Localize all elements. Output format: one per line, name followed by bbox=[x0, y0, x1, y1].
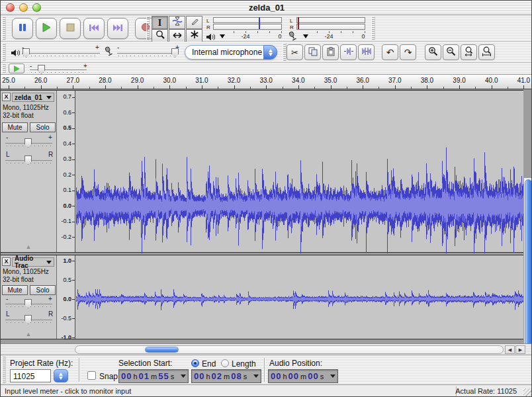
time-field-dropdown-icon[interactable] bbox=[253, 375, 259, 378]
time-field-dropdown-icon[interactable] bbox=[330, 375, 335, 378]
window-title: zelda_01 bbox=[1, 1, 532, 15]
multi-tool-button[interactable] bbox=[186, 29, 202, 42]
meter-toolbar-grabber[interactable] bbox=[371, 17, 375, 40]
zoom-tool-button[interactable] bbox=[152, 29, 168, 42]
rewind-button[interactable] bbox=[83, 18, 105, 39]
silence-button[interactable] bbox=[358, 44, 375, 60]
input-device-selector[interactable]: Internal microphone bbox=[185, 45, 277, 60]
time-field-token: 01 bbox=[139, 371, 150, 381]
track-zelda01-waveform-canvas[interactable] bbox=[76, 91, 523, 253]
track-zelda01-solo-button[interactable]: Solo bbox=[30, 122, 56, 132]
time-field-dropdown-icon[interactable] bbox=[181, 375, 186, 378]
snap-to-checkbox[interactable] bbox=[87, 371, 96, 380]
timeline-label: 37.0 bbox=[388, 77, 401, 84]
output-meter-dropdown[interactable] bbox=[218, 33, 227, 40]
track-audio-vertical-ruler[interactable]: 1.00.50.0-0.5-1.0 bbox=[57, 255, 75, 339]
length-radio[interactable] bbox=[221, 359, 229, 367]
ruler-label: 0.0 bbox=[63, 203, 71, 209]
end-radio[interactable] bbox=[191, 359, 199, 367]
track-audio-mute-button[interactable]: Mute bbox=[2, 285, 28, 295]
audacity-window: zelda_01 I L R -24 0 L R bbox=[0, 0, 532, 397]
time-field-token: m bbox=[300, 373, 306, 380]
zoom-in-button[interactable] bbox=[425, 44, 441, 60]
track-zelda01-vertical-ruler[interactable]: 0.70.60.50.40.30.20.10.0-0.1-0.2 bbox=[57, 91, 75, 252]
cut-button[interactable]: ✂ bbox=[287, 44, 303, 60]
window-resize-grip[interactable] bbox=[523, 388, 532, 397]
zoom-in-icon bbox=[428, 46, 438, 58]
output-volume-slider[interactable] bbox=[22, 53, 100, 54]
undo-button[interactable]: ↶ bbox=[382, 44, 398, 60]
ruler-tick bbox=[72, 280, 75, 281]
timeline-label: 32.0 bbox=[228, 77, 240, 84]
track-zelda01-mute-button[interactable]: Mute bbox=[2, 122, 28, 132]
input-meter-dropdown[interactable] bbox=[301, 33, 310, 40]
track-zelda01-waveform[interactable] bbox=[76, 91, 523, 252]
input-meter[interactable]: L R -24 0 bbox=[288, 17, 369, 41]
stop-button[interactable] bbox=[60, 18, 81, 39]
tools-toolbar-grabber[interactable] bbox=[146, 17, 150, 40]
trim-button[interactable] bbox=[340, 44, 357, 60]
project-rate-stepper[interactable] bbox=[54, 369, 68, 382]
audio-position-field[interactable]: 00h00m00s bbox=[268, 369, 338, 383]
tools-toolbar: I bbox=[152, 16, 203, 42]
track-audio-collapse-button[interactable]: ▲ bbox=[1, 331, 56, 337]
track-zelda01-control-panel: X zelda_01 Mono, 11025Hz 32-bit float Mu… bbox=[1, 91, 57, 252]
scroll-left-button[interactable]: ◀ bbox=[505, 345, 515, 354]
track-zelda01-collapse-button[interactable]: ▲ bbox=[1, 244, 56, 250]
scroll-right-button[interactable]: ▶ bbox=[515, 345, 525, 354]
envelope-tool-button[interactable] bbox=[169, 16, 185, 29]
time-field-token: s bbox=[320, 373, 324, 380]
paste-button[interactable] bbox=[322, 44, 339, 60]
horizontal-scrollbar-thumb[interactable] bbox=[145, 347, 179, 353]
ruler-label: 0.7 bbox=[63, 94, 71, 100]
selection-tool-button[interactable]: I bbox=[152, 16, 168, 29]
timeline-minor-tick bbox=[475, 87, 476, 89]
copy-button[interactable] bbox=[304, 44, 321, 60]
selection-end-field[interactable]: 00h02m08s bbox=[191, 369, 261, 383]
track-audio-solo-button[interactable]: Solo bbox=[30, 285, 56, 295]
zoom-out-icon bbox=[446, 46, 456, 58]
project-rate-input[interactable]: 11025 bbox=[10, 369, 51, 382]
rewind-icon bbox=[89, 22, 99, 34]
timeline-minor-tick bbox=[250, 87, 251, 89]
forward-button[interactable] bbox=[107, 18, 128, 39]
input-volume-slider[interactable] bbox=[117, 53, 178, 54]
zoom-out-button[interactable] bbox=[443, 44, 459, 60]
selection-tool-icon: I bbox=[158, 17, 161, 28]
track-audio-title-menu[interactable]: Audio Trac bbox=[12, 257, 54, 267]
timeline-major-tick bbox=[105, 85, 106, 89]
track-audio-close-button[interactable]: X bbox=[2, 257, 11, 266]
track-zelda01-close-button[interactable]: X bbox=[2, 93, 11, 101]
redo-button[interactable]: ↷ bbox=[400, 44, 416, 60]
ruler-tick bbox=[72, 206, 75, 206]
timeline-ruler[interactable]: 25.026.027.028.029.030.031.032.033.034.0… bbox=[1, 75, 532, 89]
fit-selection-button[interactable] bbox=[461, 44, 477, 60]
ruler-label: -0.1 bbox=[61, 218, 71, 224]
transcription-toolbar-grabber[interactable] bbox=[2, 64, 6, 73]
undo-icon: ↶ bbox=[386, 47, 394, 58]
output-meter-left-label: L bbox=[206, 18, 209, 24]
track-zelda01-title-menu[interactable]: zelda_01 bbox=[12, 93, 54, 102]
titlebar[interactable]: zelda_01 bbox=[1, 1, 532, 15]
selection-start-field[interactable]: 00h01m55s bbox=[118, 369, 189, 383]
input-device-stepper[interactable] bbox=[263, 45, 277, 60]
ruler-label: 1.0 bbox=[63, 258, 71, 264]
mixer-toolbar-grabber[interactable] bbox=[2, 43, 6, 61]
play-at-speed-button[interactable] bbox=[9, 64, 24, 73]
draw-tool-button[interactable] bbox=[186, 16, 202, 29]
time-field-token: s bbox=[171, 373, 175, 380]
fit-project-button[interactable] bbox=[478, 44, 495, 60]
timeline-major-tick bbox=[234, 85, 235, 89]
selection-toolbar-grabber[interactable] bbox=[2, 357, 6, 383]
pause-button[interactable] bbox=[12, 18, 33, 39]
timeline-label: 25.0 bbox=[2, 77, 15, 84]
output-meter[interactable]: L R -24 0 bbox=[204, 17, 285, 41]
horizontal-scrollbar[interactable] bbox=[75, 345, 504, 354]
timeline-major-tick bbox=[459, 85, 460, 89]
play-button[interactable] bbox=[36, 18, 57, 39]
ruler-tick bbox=[72, 159, 75, 160]
track-audio-waveform[interactable] bbox=[76, 255, 523, 339]
timeshift-tool-button[interactable] bbox=[169, 29, 185, 42]
track-audio-waveform-canvas[interactable] bbox=[76, 255, 523, 340]
transport-toolbar-grabber[interactable] bbox=[2, 17, 6, 40]
